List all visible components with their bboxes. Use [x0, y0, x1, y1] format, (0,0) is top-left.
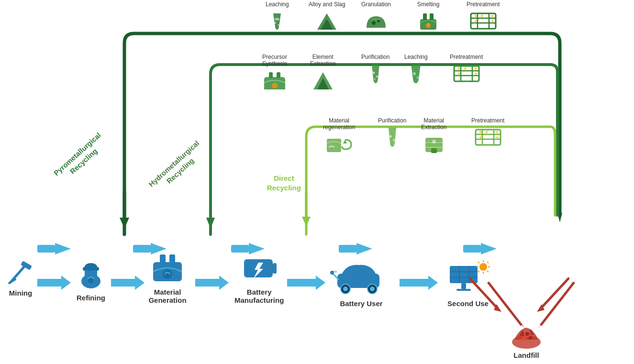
svg-point-103 [343, 287, 348, 291]
landfill-item: Landfill [507, 316, 545, 359]
battery-user-item: Battery User [330, 258, 392, 308]
mining-item: Mining [7, 261, 34, 297]
svg-point-107 [330, 271, 334, 275]
pretreatment-top-group: Pretreatment ⚡ ⚡ ⚡ ⚡ ⚡ [467, 1, 500, 33]
refining-icon [74, 257, 108, 291]
purification-hydro-icon [365, 62, 386, 87]
svg-line-129 [541, 277, 569, 309]
svg-point-47 [372, 72, 375, 74]
svg-text:⚡: ⚡ [473, 71, 478, 76]
svg-text:⚡: ⚡ [495, 130, 500, 134]
svg-point-51 [417, 77, 419, 78]
element-extraction-group: ElementExtraction [310, 54, 335, 92]
svg-marker-100 [287, 276, 325, 290]
svg-point-135 [525, 332, 529, 336]
svg-line-124 [487, 271, 489, 272]
svg-rect-42 [269, 72, 273, 78]
svg-point-49 [374, 78, 375, 80]
svg-rect-98 [273, 263, 277, 274]
svg-point-23 [278, 24, 279, 26]
svg-rect-30 [430, 13, 434, 20]
svg-rect-69 [431, 148, 437, 153]
battery-mfg-icon [240, 251, 278, 285]
svg-marker-84 [37, 276, 71, 290]
svg-point-87 [85, 263, 97, 271]
svg-point-70 [432, 140, 436, 143]
leaching-hydro-group: Leaching [404, 54, 428, 87]
refining-label: Refining [77, 294, 105, 302]
svg-point-105 [370, 287, 375, 291]
svg-point-50 [413, 72, 416, 75]
purification-direct-group: Purification [378, 117, 406, 151]
svg-point-64 [389, 135, 391, 138]
arrow-refining-matgen [111, 276, 145, 290]
alloy-slag-label: Alloy and Slag [309, 1, 345, 8]
svg-line-127 [469, 277, 498, 309]
battery-user-icon [330, 258, 392, 297]
svg-marker-13 [356, 243, 372, 254]
pretreatment-top-label: Pretreatment [467, 1, 500, 8]
svg-text:⚡: ⚡ [456, 66, 461, 71]
mining-icon [7, 261, 34, 286]
alloy-slag-icon [315, 10, 339, 33]
svg-marker-0 [557, 213, 562, 222]
svg-rect-43 [277, 72, 280, 78]
alloy-slag-group: Alloy and Slag [309, 1, 345, 33]
leaching-hydro-label: Leaching [404, 54, 428, 60]
purification-hydro-group: Purification [361, 54, 389, 87]
hydro-label: HydrometallurgicalRecycling [146, 139, 207, 196]
purification-hydro-label: Purification [361, 54, 389, 60]
material-extraction-icon [423, 133, 445, 158]
mining-label: Mining [9, 289, 32, 297]
svg-marker-2 [120, 218, 129, 229]
svg-rect-93 [160, 254, 166, 263]
pretreatment-direct-group: Pretreatment ⚡ ⚡ ⚡ ⚡ ⚡ [471, 117, 504, 149]
arrow-mining-refining [37, 276, 71, 290]
svg-text:⚡: ⚡ [478, 130, 483, 134]
leaching-top-group: Leaching [266, 1, 289, 33]
pretreatment-direct-icon: ⚡ ⚡ ⚡ ⚡ ⚡ [474, 126, 502, 149]
svg-point-48 [376, 76, 378, 77]
svg-rect-94 [169, 254, 175, 263]
granulation-icon [364, 10, 388, 33]
landfill-arrow-1 [469, 277, 507, 316]
svg-text:⚡: ⚡ [484, 130, 489, 134]
svg-rect-16 [463, 245, 481, 253]
svg-point-89 [83, 267, 87, 271]
precursor-synthesis-icon [262, 69, 287, 92]
svg-point-21 [275, 18, 279, 21]
svg-point-90 [95, 267, 99, 271]
landfill-icon [507, 316, 545, 349]
smelting-label: Smelting [417, 1, 440, 8]
svg-line-126 [478, 271, 479, 272]
refining-item: Refining [74, 257, 108, 302]
granulation-group: Granulation [361, 1, 391, 33]
precursor-synthesis-label: PrecursorSynthesis [262, 54, 287, 67]
svg-text:⚡: ⚡ [490, 19, 495, 23]
svg-text:⚡: ⚡ [479, 13, 484, 18]
svg-text:⚡: ⚡ [456, 71, 461, 76]
svg-marker-15 [481, 243, 497, 254]
svg-rect-62 [327, 139, 341, 152]
diagram: Leaching Alloy and Slag Granulation Smel… [0, 0, 634, 364]
svg-rect-29 [423, 13, 427, 20]
smelting-group: Smelting [416, 1, 440, 33]
svg-point-65 [393, 139, 395, 141]
svg-marker-110 [400, 276, 438, 290]
smelting-icon [416, 10, 440, 33]
battery-mfg-label: BatteryManufacturing [234, 288, 284, 304]
svg-text:⚡: ⚡ [490, 13, 495, 18]
material-gen-label: MaterialGeneration [148, 288, 186, 304]
pyro-label: PyrometallurgicalRecycling [52, 131, 109, 185]
arrow-user-second [400, 276, 438, 290]
material-gen-item: MaterialGeneration [148, 248, 187, 304]
svg-line-125 [487, 262, 489, 263]
svg-point-22 [274, 22, 276, 24]
svg-point-44 [272, 83, 278, 88]
pretreatment-top-icon: ⚡ ⚡ ⚡ ⚡ ⚡ [469, 10, 498, 33]
material-regen-group: Materialregeneration [323, 117, 355, 156]
precursor-synthesis-group: PrecursorSynthesis [262, 54, 287, 92]
svg-text:⚡: ⚡ [495, 135, 500, 140]
svg-marker-6 [302, 217, 311, 226]
svg-marker-4 [206, 218, 215, 229]
